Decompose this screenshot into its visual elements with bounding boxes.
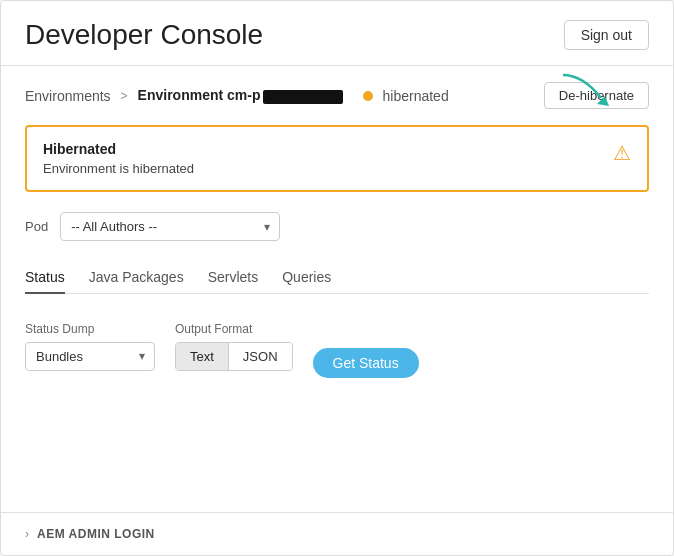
sign-out-button[interactable]: Sign out bbox=[564, 20, 649, 50]
status-dot-orange bbox=[363, 91, 373, 101]
aem-admin-row[interactable]: › AEM ADMIN LOGIN bbox=[1, 512, 673, 555]
format-toggle: Text JSON bbox=[175, 342, 293, 371]
tab-status[interactable]: Status bbox=[25, 261, 65, 293]
status-dump-select[interactable]: Bundles Components Services Configuratio… bbox=[25, 342, 155, 371]
status-dump-select-wrapper: Bundles Components Services Configuratio… bbox=[25, 342, 155, 371]
pod-select-wrapper: -- All Authors -- bbox=[60, 212, 280, 241]
status-section: Status Dump Bundles Components Services … bbox=[25, 314, 649, 378]
pod-label: Pod bbox=[25, 219, 48, 234]
output-format-label: Output Format bbox=[175, 322, 293, 336]
arrow-icon bbox=[553, 70, 613, 110]
format-json-button[interactable]: JSON bbox=[229, 343, 292, 370]
tab-servlets[interactable]: Servlets bbox=[208, 261, 259, 293]
tabs-bar: Status Java Packages Servlets Queries bbox=[25, 261, 649, 294]
app-window: Developer Console Sign out Environments … bbox=[0, 0, 674, 556]
breadcrumb-current-env: Environment cm-p bbox=[138, 87, 343, 103]
breadcrumb-environments[interactable]: Environments bbox=[25, 88, 111, 104]
status-dump-group: Status Dump Bundles Components Services … bbox=[25, 322, 155, 371]
env-status-text: hibernated bbox=[383, 88, 449, 104]
tab-java-packages[interactable]: Java Packages bbox=[89, 261, 184, 293]
warning-box-content: Hibernated Environment is hibernated bbox=[43, 141, 601, 176]
warning-box: Hibernated Environment is hibernated ⚠ bbox=[25, 125, 649, 192]
get-status-spacer bbox=[313, 314, 419, 328]
header: Developer Console Sign out bbox=[1, 1, 673, 66]
aem-admin-label: AEM ADMIN LOGIN bbox=[37, 527, 155, 541]
env-redacted-block bbox=[263, 90, 343, 104]
main-content: Environments > Environment cm-p hibernat… bbox=[1, 66, 673, 394]
get-status-group: Get Status bbox=[313, 314, 419, 378]
app-title: Developer Console bbox=[25, 19, 263, 51]
get-status-button[interactable]: Get Status bbox=[313, 348, 419, 378]
svg-marker-0 bbox=[597, 96, 609, 106]
status-dump-label: Status Dump bbox=[25, 322, 155, 336]
aem-admin-chevron-icon: › bbox=[25, 527, 29, 541]
output-format-group: Output Format Text JSON bbox=[175, 322, 293, 371]
arrow-annotation bbox=[553, 70, 613, 114]
format-text-button[interactable]: Text bbox=[176, 343, 229, 370]
tab-queries[interactable]: Queries bbox=[282, 261, 331, 293]
warning-triangle-icon: ⚠ bbox=[613, 141, 631, 165]
breadcrumb-separator: > bbox=[121, 89, 128, 103]
warning-description: Environment is hibernated bbox=[43, 161, 601, 176]
warning-title: Hibernated bbox=[43, 141, 601, 157]
pod-select[interactable]: -- All Authors -- bbox=[60, 212, 280, 241]
pod-row: Pod -- All Authors -- bbox=[25, 212, 649, 241]
